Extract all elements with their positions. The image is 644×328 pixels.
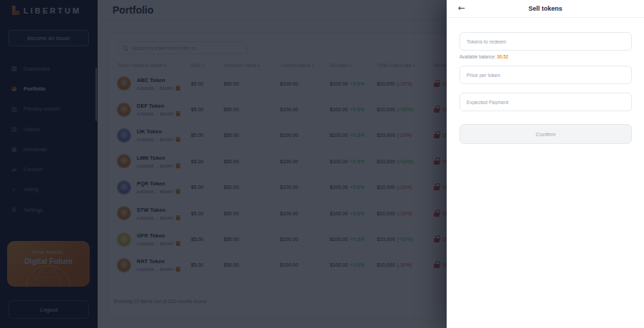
wallet-address: 0x52636 ... BD0FF (137, 163, 174, 168)
copy-address-icon[interactable] (176, 189, 180, 194)
search-input[interactable] (131, 46, 247, 51)
token-cell: GFR Token 0x52636 ... BD0FF (117, 232, 191, 247)
primary-market-icon: ▥ (10, 106, 18, 113)
gain-cell: $10,000(+10%) (377, 237, 434, 242)
gain-cell: $10,000(+10%) (377, 159, 434, 164)
table-row[interactable]: DEF Token 0x52636 ... BD0FF $5.00 $50.00… (117, 96, 502, 122)
sidebar-scrollbar[interactable] (95, 68, 97, 121)
current-value: $100.00 (280, 107, 330, 112)
sidebar-item[interactable]: ▥ Primary market (0, 99, 98, 119)
nav-value: $5.00 (191, 159, 224, 164)
days30-change: +0.5% (350, 211, 364, 216)
table-row[interactable]: GFR Token 0x52636 ... BD0FF $5.00 $50.00… (117, 226, 502, 252)
token-cell: STW Token 0x52636 ... BD0FF (117, 206, 191, 220)
nav-value: $5.00 (191, 133, 224, 138)
current-value: $100.00 (280, 211, 330, 216)
days30-cell: $100.00+0.5% (330, 211, 377, 216)
invested-value: $50.00 (224, 211, 280, 216)
table-row[interactable]: LMN Token 0x52636 ... BD0FF $5.00 $50.00… (117, 148, 502, 174)
gain-change: (-10%) (397, 211, 412, 216)
days30-change: +0.5% (350, 237, 364, 242)
portfolio-icon: ◕ (10, 85, 18, 92)
current-value: $100.00 (280, 185, 330, 190)
table-header-cell[interactable]: 30 Days▾ (330, 63, 377, 68)
token-coin-icon (117, 206, 131, 220)
sidebar: LIBERTUM Become an Issuer ▦ Dashboard ◕ … (0, 0, 98, 328)
available-balance: Available balance: 30.52 (459, 54, 509, 59)
gain-change: (-10%) (397, 185, 412, 190)
sidebar-item[interactable]: ✓ Voting (0, 180, 98, 200)
wallet-address: 0x52636 ... BD0FF (137, 215, 174, 220)
dividends-icon: ▣ (10, 145, 18, 153)
table-row[interactable]: ABC Token 0x52636 ... BD0FF $5.00 $50.00… (117, 71, 502, 96)
invested-value: $50.00 (224, 81, 280, 86)
expected-payment-input[interactable] (459, 93, 632, 111)
sidebar-item[interactable]: ▣ Dividends (0, 139, 98, 159)
table-row[interactable]: IJK Token 0x52636 ... BD0FF $5.00 $50.00… (117, 123, 502, 148)
gain-value: $10,000 (377, 81, 395, 86)
column-label: Current Value (280, 63, 311, 68)
copy-address-icon[interactable] (176, 241, 180, 246)
token-coin-icon (117, 180, 131, 195)
days30-value: $100.00 (330, 81, 348, 86)
current-value: $100.00 (280, 237, 330, 242)
table-header-cell[interactable]: NAV▾ (191, 63, 224, 68)
sidebar-item[interactable]: ⇄ Convert (0, 159, 98, 179)
gain-cell: $10,000(-10%) (377, 262, 434, 267)
current-value: $100.00 (280, 133, 330, 138)
price-per-token-input[interactable] (459, 66, 632, 84)
table-header-cell[interactable]: Current Value▾ (280, 63, 330, 68)
tokens-to-redeem-input[interactable] (459, 32, 632, 51)
token-name: DEF Token (137, 103, 180, 109)
sidebar-item-label: Dividends (24, 146, 47, 153)
sidebar-item-label: Voting (24, 186, 38, 193)
copy-address-icon[interactable] (176, 111, 180, 116)
logout-button[interactable]: Logout (9, 300, 89, 319)
table-body: ABC Token 0x52636 ... BD0FF $5.00 $50.00… (117, 71, 502, 278)
sort-caret-icon: ▾ (412, 63, 415, 68)
sidebar-item[interactable]: ▦ Dashboard (0, 58, 98, 78)
table-row[interactable]: PQR Token 0x52636 ... BD0FF $5.00 $50.00… (117, 175, 502, 200)
main-topbar: Portfolio (98, 0, 447, 20)
search-icon (123, 46, 128, 51)
invested-value: $50.00 (224, 237, 280, 242)
copy-address-icon[interactable] (176, 137, 180, 142)
brand-name: LIBERTUM (24, 6, 81, 15)
gain-cell: $10,000(+10%) (377, 107, 434, 112)
copy-address-icon[interactable] (176, 215, 180, 220)
convert-icon: ⇄ (10, 166, 18, 173)
days30-value: $100.00 (330, 107, 348, 112)
days30-cell: $100.00+0.5% (330, 107, 377, 112)
table-header-cell[interactable]: Invested Value▾ (224, 63, 280, 68)
lock-icon (434, 238, 440, 242)
sidebar-item[interactable]: ◕ Portfolio (0, 78, 98, 98)
gain-value: $10,000 (377, 185, 395, 190)
confirm-button[interactable]: Confirm (459, 124, 632, 144)
sidebar-item[interactable]: ⚙ Settings (0, 200, 98, 220)
results-summary: Showing 10 items out of 250 results foun… (113, 299, 206, 304)
copy-address-icon[interactable] (176, 267, 180, 272)
token-name: LMN Token (137, 155, 180, 161)
sort-caret-icon: ▾ (202, 63, 204, 68)
copy-address-icon[interactable] (176, 163, 180, 168)
nav-value: $5.00 (191, 211, 224, 216)
token-coin-icon (117, 103, 131, 117)
promo-line2: Digital Future (7, 257, 90, 265)
sidebar-item[interactable]: ▤ Orders (0, 119, 98, 139)
current-value: $100.00 (280, 159, 330, 164)
sidebar-item-label: Primary market (24, 106, 60, 112)
days30-cell: $100.00+0.5% (330, 262, 377, 267)
voting-icon: ✓ (10, 186, 18, 193)
days30-change: +0.5% (350, 185, 364, 190)
table-row[interactable]: RRT Token 0x52636 ... BD0FF $5.00 $50.00… (117, 252, 502, 278)
nav-value: $5.00 (191, 107, 224, 112)
days30-value: $100.00 (330, 185, 348, 190)
table-header-cell[interactable]: Total Gain/Loss▾ (377, 63, 434, 68)
token-name: STW Token (137, 207, 180, 213)
copy-address-icon[interactable] (176, 86, 180, 91)
become-issuer-button[interactable]: Become an Issuer (9, 30, 89, 46)
token-name: RRT Token (137, 258, 180, 265)
gain-value: $10,000 (377, 262, 395, 267)
table-header-cell[interactable]: Token name & wallet▾ (117, 63, 191, 68)
table-row[interactable]: STW Token 0x52636 ... BD0FF $5.00 $50.00… (117, 200, 502, 226)
